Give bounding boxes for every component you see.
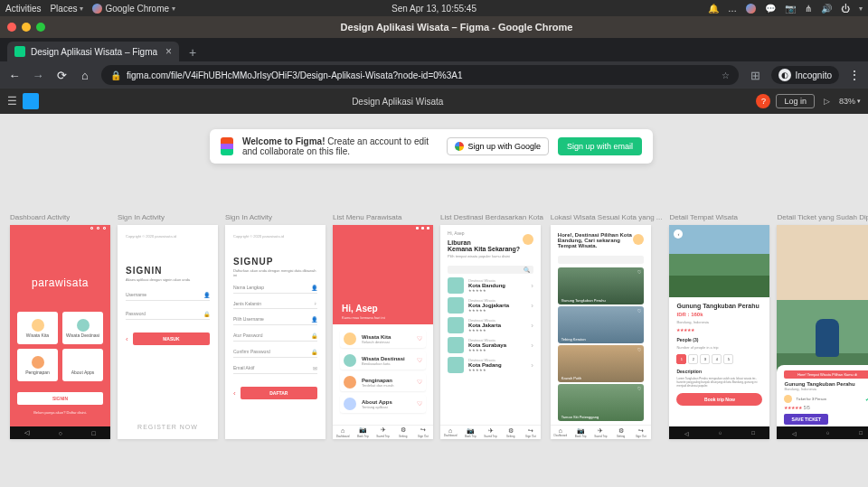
text-field: Atur Password🔒	[233, 332, 317, 342]
register-link: Belum punya akun? Daftar disini.	[10, 410, 110, 415]
figma-favicon-icon	[14, 46, 25, 57]
brand-logo: parawisata	[10, 236, 110, 312]
minimize-button[interactable]	[22, 23, 31, 32]
book-trip-button: Book trip Now	[676, 393, 762, 406]
city-row: Destinasi WisataKota Bandung★★★★★›	[448, 277, 533, 294]
help-button[interactable]: ?	[756, 94, 770, 108]
back-button: ‹	[674, 229, 683, 239]
google-icon	[455, 142, 464, 151]
date-chip: 1	[676, 354, 686, 364]
chrome-toolbar: ← → ⟳ ⌂ 🔒 figma.com/file/V4iFhUBHcMMoJrI…	[0, 61, 868, 89]
text-field: Pilih Username👤	[233, 316, 317, 325]
url-text: figma.com/file/V4iFhUBHcMMoJrIsyOHiF3/De…	[127, 70, 716, 80]
tray-app-icon[interactable]	[746, 4, 756, 14]
new-tab-button[interactable]: +	[183, 43, 203, 61]
save-ticket-button: SAVE TICKET	[784, 414, 828, 425]
heart-icon: ♡	[417, 379, 422, 386]
heart-icon: ♡	[417, 335, 422, 342]
chat-icon[interactable]: 💬	[765, 4, 776, 14]
close-button[interactable]	[7, 23, 16, 32]
chevron-right-icon: ›	[531, 282, 533, 290]
power-icon[interactable]: ⏻	[841, 4, 850, 14]
reload-button[interactable]: ⟳	[54, 69, 69, 82]
figma-canvas[interactable]: Welcome to Figma! Create an account to e…	[0, 114, 868, 487]
frame-label: List Destinasi Berdasarkan Kota	[440, 213, 543, 221]
activities-menu[interactable]: Activities	[5, 4, 41, 14]
back-icon: ‹	[233, 389, 236, 398]
menu-row: Wisata DestinasiBerdasarkan kota♡	[340, 351, 426, 370]
destination-photo: Kawah Putih♡	[558, 345, 644, 382]
address-bar[interactable]: 🔒 figma.com/file/V4iFhUBHcMMoJrIsyOHiF3/…	[101, 65, 739, 85]
frame-label: Detail Ticket yang Sudah Dipesan	[777, 213, 868, 221]
tab-label: Design Aplikasi Wisata – Figma	[31, 47, 157, 57]
frame-detail-tempat[interactable]: Detail Tempat Wisata ‹ Gunung Tangkuban …	[669, 213, 769, 439]
camera-icon[interactable]: 📷	[785, 4, 796, 14]
login-button[interactable]: Log in	[776, 94, 815, 108]
incognito-badge[interactable]: ◐ Incognito	[771, 66, 839, 84]
maximize-button[interactable]	[36, 23, 45, 32]
text-field: Email Aktif✉	[233, 365, 317, 374]
signup-email-button[interactable]: Sign up with email	[558, 137, 642, 155]
search-input	[558, 256, 644, 264]
city-row: Destinasi WisataKota Jogjakarta★★★★★›	[448, 297, 533, 314]
artboard: Copyright © 2020 parawisata.id SIGNIN Ak…	[118, 225, 218, 439]
present-button[interactable]: ▷	[824, 97, 830, 106]
avatar-icon	[523, 234, 533, 245]
artboard: parawisata Wisata KitaWisata DestinasiPe…	[10, 225, 110, 439]
date-chip: 2	[688, 354, 698, 364]
indicator-icon[interactable]: 🔔	[708, 4, 719, 14]
more-indicator[interactable]: …	[728, 4, 737, 14]
text-field: Username👤	[126, 292, 210, 301]
destination-photo: Gunung Tangkuban Perahu♡	[558, 267, 644, 304]
close-tab-icon[interactable]: ×	[165, 45, 172, 58]
text-field: Confirm Password🔒	[233, 349, 317, 358]
frame-signup[interactable]: Sign In Activity Copyright © 2020 parawi…	[225, 213, 326, 439]
dashboard-card: About Apps	[62, 349, 103, 381]
frame-detail-ticket[interactable]: Detail Ticket yang Sudah Dipesan Hore! T…	[777, 213, 868, 439]
frame-list-menu[interactable]: List Menu Parawisata Hi, Asep Kamu mau k…	[333, 213, 433, 439]
heart-icon: ♡	[417, 400, 422, 407]
menu-row: About AppsTentang aplikasi♡	[340, 395, 426, 413]
frame-lokasi[interactable]: Lokasi Wisata Sesuai Kota yang ... Hore!…	[551, 213, 663, 439]
illustration-hiker	[816, 319, 839, 357]
nav-forward-button[interactable]: →	[31, 69, 45, 82]
chrome-tab-strip: Design Aplikasi Wisata – Figma × +	[0, 38, 868, 61]
submit-button: MASUK	[133, 332, 210, 345]
date-chip: 4	[712, 354, 722, 364]
frame-list-city[interactable]: List Destinasi Berdasarkan Kota Hi, Asep…	[440, 213, 543, 439]
chevron-right-icon: ›	[531, 322, 533, 330]
figma-logo-icon[interactable]	[23, 93, 39, 109]
figma-icon	[221, 137, 233, 155]
artboard: Hore! Tempat Wisata Pilihan Kamu di Gunu…	[777, 225, 868, 439]
avatar-icon	[784, 395, 792, 403]
frame-signin[interactable]: Sign In Activity Copyright © 2020 parawi…	[118, 213, 218, 439]
clock[interactable]: Sen Apr 13, 10:55:45	[392, 4, 476, 14]
frame-label: List Menu Parawisata	[333, 213, 433, 221]
home-button[interactable]: ⌂	[78, 69, 92, 82]
frame-dashboard[interactable]: Dashboard Activity parawisata Wisata Kit…	[10, 213, 110, 439]
places-menu[interactable]: Places▾	[50, 4, 83, 14]
frame-label: Detail Tempat Wisata	[669, 213, 769, 221]
tab-figma[interactable]: Design Aplikasi Wisata – Figma ×	[7, 42, 179, 61]
figma-menu-button[interactable]: ☰	[7, 95, 17, 108]
figma-file-title: Design Aplikasi Wisata	[44, 97, 750, 107]
artboard: Hi, Asep Liburan Kemana Kita Sekarang? P…	[440, 225, 541, 439]
lock-icon: 🔒	[110, 70, 121, 80]
sound-icon[interactable]: 🔊	[821, 4, 832, 14]
nav-back-button[interactable]: ←	[7, 69, 22, 82]
zoom-control[interactable]: 83%▾	[839, 97, 861, 106]
extension-icon[interactable]: ⊞	[748, 69, 762, 82]
bookmark-icon[interactable]: ☆	[722, 70, 730, 80]
frame-label: Sign In Activity	[118, 213, 218, 221]
network-icon[interactable]: ⋔	[805, 4, 812, 14]
heart-icon: ♡	[637, 308, 641, 314]
signup-google-button[interactable]: Sign up with Google	[447, 137, 549, 155]
heart-icon: ♡	[637, 386, 641, 391]
heart-icon: ♡	[637, 347, 641, 352]
text-field: Jenis Kelamin♀	[233, 301, 317, 309]
app-menu[interactable]: Google Chrome▾	[92, 4, 175, 14]
chrome-menu-button[interactable]: ⋮	[848, 68, 861, 82]
system-menu-chevron-icon[interactable]: ▾	[859, 5, 863, 13]
heart-icon: ♡	[417, 357, 422, 364]
heart-icon: ♡	[637, 269, 641, 275]
